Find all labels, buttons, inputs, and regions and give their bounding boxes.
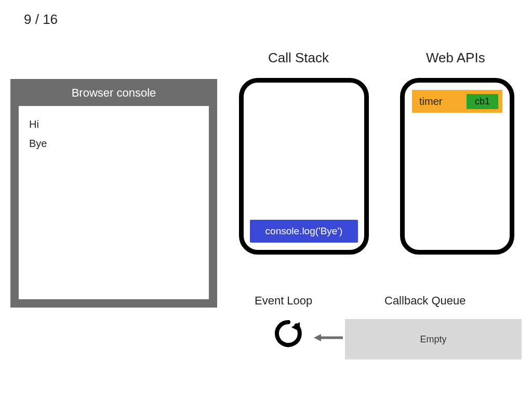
webapi-timer-callback: cb1 bbox=[467, 94, 498, 109]
browser-console-title: Browser console bbox=[10, 86, 217, 100]
stack-frame: console.log('Bye') bbox=[250, 220, 358, 243]
browser-console: Browser console Hi Bye bbox=[10, 79, 217, 308]
svg-marker-2 bbox=[314, 334, 321, 341]
svg-marker-0 bbox=[291, 322, 300, 331]
call-stack-panel: console.log('Bye') bbox=[239, 78, 369, 255]
arrow-left-icon bbox=[314, 332, 343, 343]
browser-console-body: Hi Bye bbox=[19, 106, 209, 299]
console-line: Hi bbox=[29, 118, 198, 130]
diagram-stage: 9 / 16 Browser console Hi Bye Call Stack… bbox=[0, 0, 532, 399]
event-loop-icon bbox=[273, 318, 304, 349]
web-apis-panel: timer cb1 bbox=[400, 78, 514, 255]
webapi-timer-label: timer bbox=[419, 96, 442, 108]
callback-queue-state: Empty bbox=[420, 334, 446, 345]
page-counter: 9 / 16 bbox=[24, 11, 58, 28]
console-line: Bye bbox=[29, 138, 198, 150]
heading-web-apis: Web APIs bbox=[426, 50, 485, 66]
webapi-timer: timer cb1 bbox=[412, 90, 502, 113]
heading-callback-queue: Callback Queue bbox=[384, 294, 466, 308]
heading-event-loop: Event Loop bbox=[255, 294, 312, 308]
callback-queue: Empty bbox=[345, 319, 522, 360]
heading-call-stack: Call Stack bbox=[268, 50, 329, 66]
